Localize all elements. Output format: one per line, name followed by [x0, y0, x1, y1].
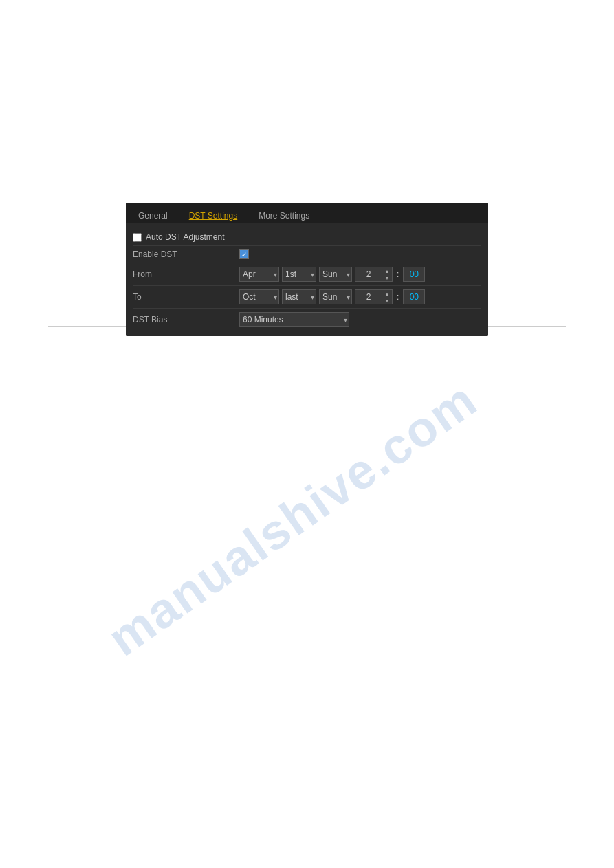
to-day-select[interactable]: Sun	[319, 289, 352, 304]
tab-more-settings[interactable]: More Settings	[253, 208, 315, 223]
to-month-wrapper: Oct	[239, 289, 279, 304]
dst-bias-wrapper: 60 Minutes	[239, 312, 349, 327]
dst-bias-select[interactable]: 60 Minutes	[239, 312, 349, 327]
from-week-select[interactable]: 1st	[282, 267, 316, 282]
dst-panel: General DST Settings More Settings Auto …	[126, 203, 488, 336]
enable-dst-controls: ✓	[239, 249, 481, 259]
tab-bar: General DST Settings More Settings	[126, 203, 488, 223]
dst-bias-controls: 60 Minutes	[239, 312, 481, 327]
to-week-wrapper: last	[282, 289, 316, 304]
to-hour-arrows: ▲ ▼	[382, 289, 393, 304]
to-label: To	[133, 292, 239, 302]
from-hour-input[interactable]	[355, 267, 382, 282]
from-week-wrapper: 1st	[282, 267, 316, 282]
to-row: To Oct last Sun	[133, 285, 481, 308]
from-colon: :	[397, 269, 399, 279]
auto-dst-label: Auto DST Adjustment	[146, 232, 225, 242]
to-colon: :	[397, 292, 399, 302]
from-hour-spinner: ▲ ▼	[355, 267, 393, 282]
to-day-wrapper: Sun	[319, 289, 352, 304]
enable-dst-label: Enable DST	[133, 249, 239, 259]
divider-top	[48, 52, 566, 52]
from-hour-up[interactable]: ▲	[382, 267, 392, 274]
from-day-select[interactable]: Sun	[319, 267, 352, 282]
from-hour-down[interactable]: ▼	[382, 274, 392, 281]
dst-bias-label: DST Bias	[133, 315, 239, 324]
to-controls: Oct last Sun	[239, 289, 481, 304]
from-controls: Apr 1st Sun	[239, 267, 481, 282]
to-hour-spinner: ▲ ▼	[355, 289, 393, 304]
to-week-select[interactable]: last	[282, 289, 316, 304]
from-hour-arrows: ▲ ▼	[382, 267, 393, 282]
to-hour-input[interactable]	[355, 289, 382, 304]
content-area: Auto DST Adjustment Enable DST ✓ From Ap…	[126, 223, 488, 336]
to-minute-input[interactable]	[403, 289, 425, 304]
from-row: From Apr 1st Sun	[133, 263, 481, 285]
to-hour-down[interactable]: ▼	[382, 297, 392, 304]
from-label: From	[133, 269, 239, 279]
tab-general[interactable]: General	[133, 208, 173, 223]
tab-dst-settings[interactable]: DST Settings	[184, 208, 243, 223]
from-month-select[interactable]: Apr	[239, 267, 279, 282]
enable-dst-row: Enable DST ✓	[133, 245, 481, 263]
from-minute-input[interactable]	[403, 267, 425, 282]
auto-dst-row: Auto DST Adjustment	[133, 229, 481, 245]
page: General DST Settings More Settings Auto …	[0, 0, 614, 868]
from-month-wrapper: Apr	[239, 267, 279, 282]
watermark: manualshive.com	[138, 399, 447, 639]
auto-dst-checkbox[interactable]	[133, 233, 142, 242]
dst-bias-row: DST Bias 60 Minutes	[133, 308, 481, 331]
to-hour-up[interactable]: ▲	[382, 290, 392, 297]
watermark-text: manualshive.com	[98, 371, 487, 667]
from-day-wrapper: Sun	[319, 267, 352, 282]
to-month-select[interactable]: Oct	[239, 289, 279, 304]
enable-dst-checkbox[interactable]: ✓	[239, 249, 249, 259]
